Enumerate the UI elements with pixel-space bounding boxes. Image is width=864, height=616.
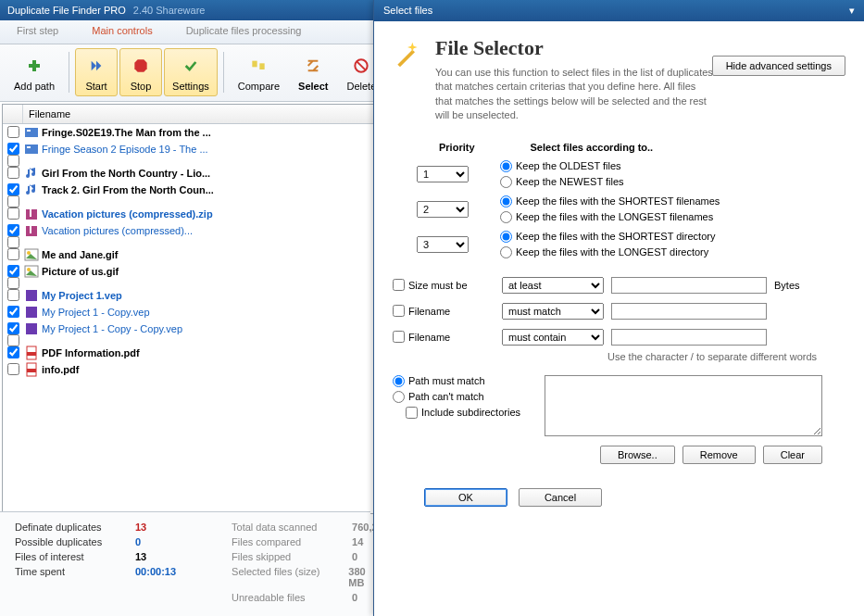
settings-button[interactable]: Settings (164, 48, 218, 96)
svg-rect-3 (253, 61, 257, 68)
svg-line-6 (357, 61, 366, 69)
stat-label: Possible duplicates (15, 536, 126, 547)
browse-button[interactable]: Browse.. (600, 446, 675, 464)
svg-rect-1 (29, 64, 40, 68)
hide-advanced-button[interactable]: Hide advanced settings (712, 56, 845, 76)
row-checkbox[interactable] (7, 126, 19, 138)
size-condition-select[interactable]: at least (502, 277, 604, 294)
row-checkbox[interactable] (7, 167, 19, 179)
svg-rect-16 (30, 226, 31, 233)
svg-rect-14 (30, 209, 31, 217)
file-type-icon (23, 321, 40, 336)
size-must-be-check[interactable]: Size must be (393, 279, 495, 291)
select-icon (300, 53, 326, 79)
stat-value: 13 (135, 522, 146, 533)
svg-rect-11 (25, 145, 38, 154)
stop-button[interactable]: Stop (119, 48, 162, 96)
radio-shortest-directory[interactable]: Keep the files with the SHORTEST directo… (500, 231, 715, 243)
separator (223, 52, 224, 93)
row-checkbox[interactable] (7, 143, 19, 155)
stat-label: Definate duplicates (15, 522, 126, 533)
add-path-button[interactable]: Add path (6, 48, 63, 96)
svg-rect-25 (27, 352, 36, 356)
filename-match-check[interactable]: Filename (393, 305, 495, 317)
svg-rect-27 (27, 369, 36, 372)
path-textarea[interactable] (545, 375, 822, 436)
ok-button[interactable]: OK (424, 488, 507, 507)
compare-button[interactable]: Compare (230, 48, 288, 96)
file-type-icon (23, 142, 40, 157)
size-value-input[interactable] (611, 277, 767, 294)
start-button[interactable]: Start (75, 48, 118, 96)
header-check[interactable] (3, 105, 23, 123)
remove-button[interactable]: Remove (682, 446, 756, 464)
svg-rect-9 (25, 128, 38, 137)
svg-point-18 (27, 251, 31, 255)
stat-value: 0 (135, 536, 141, 547)
svg-rect-23 (26, 323, 37, 334)
radio-longest-directory[interactable]: Keep the files with the LONGEST director… (500, 246, 715, 258)
stat-label: Time spent (15, 566, 126, 577)
stat-value: 13 (135, 551, 146, 562)
dialog-title-bar[interactable]: Select files ▾ (374, 0, 864, 21)
stat-value: 0 (352, 592, 357, 603)
svg-point-20 (27, 268, 31, 271)
file-type-icon (23, 247, 40, 262)
tab-main-controls[interactable]: Main controls (75, 20, 169, 44)
row-checkbox[interactable] (7, 322, 19, 334)
path-cant-match-radio[interactable]: Path can't match (393, 391, 532, 403)
stat-label: Files compared (232, 536, 343, 547)
cancel-button[interactable]: Cancel (519, 488, 602, 507)
filename-contain-check[interactable]: Filename (393, 331, 495, 343)
file-type-icon (23, 207, 40, 221)
dialog-heading: File Selector (435, 36, 713, 60)
svg-rect-4 (260, 63, 265, 69)
file-type-icon (23, 305, 40, 320)
clear-button[interactable]: Clear (763, 446, 822, 464)
stat-value: 0 (352, 551, 357, 562)
row-checkbox[interactable] (7, 248, 19, 260)
window-controls[interactable]: ▾ (849, 5, 855, 17)
file-type-icon (23, 125, 40, 140)
row-checkbox[interactable] (7, 224, 19, 236)
filename-contain-select[interactable]: must contain (502, 329, 604, 346)
bytes-label: Bytes (774, 280, 800, 291)
file-type-icon (23, 166, 40, 181)
row-checkbox[interactable] (7, 346, 19, 358)
stat-label: Files skipped (232, 551, 343, 562)
stat-value: 14 (352, 536, 363, 547)
priority-2-select[interactable]: 2 (417, 201, 469, 218)
stats-panel: Definate duplicates13Possible duplicates… (0, 511, 370, 616)
filename-match-input[interactable] (611, 303, 767, 320)
play-icon (83, 53, 109, 79)
radio-oldest[interactable]: Keep the OLDEST files (500, 160, 624, 172)
row-checkbox[interactable] (7, 183, 19, 195)
app-title: Duplicate File Finder PRO (7, 5, 126, 16)
filename-match-select[interactable]: must match (502, 303, 604, 320)
include-subdirs-check[interactable]: Include subdirectories (406, 407, 532, 419)
stat-value: 00:00:13 (135, 566, 176, 577)
row-checkbox[interactable] (7, 207, 19, 220)
app-version: 2.40 Shareware (133, 5, 206, 16)
compare-icon (245, 53, 271, 79)
svg-marker-2 (134, 59, 146, 71)
radio-shortest-filename[interactable]: Keep the files with the SHORTEST filenam… (500, 195, 720, 207)
row-checkbox[interactable] (7, 289, 19, 301)
path-must-match-radio[interactable]: Path must match (393, 375, 532, 387)
select-according-header: Select files according to.. (531, 142, 654, 153)
filename-contain-input[interactable] (611, 329, 767, 346)
priority-3-select[interactable]: 3 (417, 236, 469, 253)
row-checkbox[interactable] (7, 306, 19, 318)
tab-first-step[interactable]: First step (0, 20, 75, 44)
tab-duplicate-processing[interactable]: Duplicate files processing (169, 20, 319, 44)
radio-longest-filename[interactable]: Keep the files with the LONGEST filename… (500, 211, 720, 223)
stat-label: Files of interest (15, 551, 126, 562)
plus-icon (21, 53, 47, 79)
row-checkbox[interactable] (7, 265, 19, 277)
priority-1-select[interactable]: 1 (417, 166, 469, 182)
delete-icon (348, 53, 374, 79)
select-button[interactable]: Select (290, 48, 336, 96)
stat-label: Total data scanned (232, 522, 343, 533)
row-checkbox[interactable] (7, 363, 19, 375)
radio-newest[interactable]: Keep the NEWEST files (500, 176, 624, 188)
